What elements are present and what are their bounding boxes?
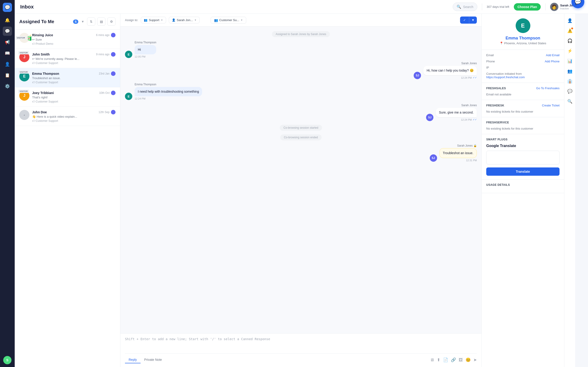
conv-avatar: VISITOR E [19,71,29,81]
message-time: 12:24 PM ✓✓ [423,76,477,79]
filter-icon-button[interactable]: ▤ [97,17,105,26]
list-item[interactable]: VISITOR E Emma Thompson 23rd Jan Trouble… [15,68,120,87]
smart-plugs-section: SMART PLUGS Google Translate Translate [482,134,564,180]
chat-icon-btn[interactable]: 💬 [566,87,574,95]
add-email-link[interactable]: Add Email [546,53,560,57]
conv-content: John Smith 9 mins ago ↩ We're currently … [32,52,115,65]
private-note-tab[interactable]: Private Note [141,357,166,363]
conv-content: Joey Tribbiani 10th Oct That's right! 🏷 … [32,91,115,103]
emoji-icon[interactable]: 😊 [466,357,471,362]
message-bubble: I need help with troubleshooting somethi… [135,87,202,96]
conv-name: John Smith [32,52,50,56]
conv-label: 🏷 Customer Support [32,100,115,103]
conv-label: 🏷 Customer Support [32,119,115,123]
send-icon[interactable]: ➤ [473,357,477,362]
conv-preview: Troubleshot an issue. [32,76,115,80]
list-item[interactable]: - John Doe 12th Sep 👋 Here is a quick vi… [15,107,120,126]
list-item[interactable]: VISITOR J John Smith 9 mins ago ↩ We're … [15,49,120,68]
translate-button[interactable]: Translate [486,167,560,176]
search-bar[interactable]: 🔍 Search [453,2,477,11]
upload-icon[interactable]: ⬆ [437,357,440,362]
search-icon-btn[interactable]: 🔍 [566,97,574,106]
screen-share-icon[interactable]: 🖥 [430,358,434,362]
visitor-badge: VISITOR [18,90,29,93]
conv-time: 6 mins ago [96,33,110,37]
contact-location: 📍 Phoenix, Arizona, United States [500,42,546,45]
sidebar-item-settings[interactable]: ⚙️ [3,82,12,91]
conv-time-wrap: 23rd Jan [99,71,115,76]
resolve-button[interactable]: ✓ [460,17,469,24]
reply-tabs: Reply Private Note 🖥 ⬆ 📄 🔗 🖼 😊 ➤ [125,353,477,363]
freshsales-status: Email not available [486,93,560,96]
sidebar-item-reports[interactable]: 📋 [3,71,12,80]
system-message: Assigned to Sarah Jones by Sarah Jones [272,31,330,37]
conv-source-label: Conversation initiated from https://supp… [486,72,560,79]
conv-time: 23rd Jan [99,72,110,75]
assign-label: Assign to: [125,18,138,22]
customer-segment-button[interactable]: 👥 Customer Su... ▼ [211,17,246,24]
segment-icon: 👥 [214,18,218,22]
right-panel: E Emma Thompson 📍 Phoenix, Arizona, Unit… [481,14,564,367]
usage-details-section: USAGE DETAILS [482,180,564,193]
conv-name: Joey Tribbiani [32,91,54,95]
lightning-icon-btn[interactable]: ⚡ [566,47,574,55]
team-icon-btn[interactable]: 👥 [566,67,574,75]
list-item[interactable]: VISITOR J Joey Tribbiani 10th Oct That's… [15,87,120,107]
assigned-chevron-icon[interactable]: ▼ [81,20,84,23]
alert-icon-btn[interactable]: ⚠️ [566,27,574,35]
conv-name: Rinsing Juice [32,33,53,37]
conv-avatar: VISITOR J [19,52,29,62]
conv-name: John Doe [32,110,47,114]
freshservice-title: FRESHSERVICE [486,121,509,124]
app-logo[interactable]: 💬 [3,3,12,12]
link-icon[interactable]: 🔗 [451,357,456,362]
conv-source-link[interactable]: https://support.freshchat.com [486,75,525,79]
chat-area: Assign to: 👥 Support ▼ 👤 Sarah Jon... ▼ … [120,14,481,367]
person-icon-btn[interactable]: 👔 [566,77,574,85]
team-icon: 👥 [144,18,147,22]
choose-plan-button[interactable]: Choose Plan [514,3,541,10]
sidebar-item-inbox[interactable]: 💬 [3,27,12,36]
sidebar-user-avatar[interactable]: S [3,356,11,364]
article-icon[interactable]: 📄 [443,357,448,362]
sort-icon-button[interactable]: ⇅ [87,17,95,26]
settings-icon-button[interactable]: ⚙ [107,17,115,26]
contact-icon-btn[interactable]: 👤 [566,17,574,25]
resolve-dropdown-button[interactable]: ▼ [469,17,477,24]
sidebar-item-notifications[interactable]: 🔔 [3,16,12,25]
create-ticket-link[interactable]: Create Ticket [542,104,560,107]
agent-dot [111,52,115,57]
sidebar-item-contacts[interactable]: 👤 [3,60,12,69]
conv-content: John Doe 12th Sep 👋 Here is a quick vide… [32,110,115,123]
message-avatar: SJ [414,72,421,79]
conversations-header: Assigned To Me 5 ▼ ⇅ ▤ ⚙ [15,14,120,30]
assign-team-button[interactable]: 👥 Support ▼ [141,17,166,23]
sidebar-item-knowledge[interactable]: 📖 [3,49,12,58]
conv-time: 12th Sep [99,110,110,114]
conv-top: Emma Thompson 23rd Jan [32,71,115,76]
main-sidebar: 💬 🔔 💬 📢 📖 👤 📋 ⚙️ S [0,0,15,367]
message-sender: Sarah Jones [436,104,477,107]
add-phone-link[interactable]: Add Phone [545,60,560,63]
list-item[interactable]: VISITOR 🧃 Rinsing Juice 6 mins ago ↩ Sur… [15,30,120,49]
chart-icon-btn[interactable]: 📊 [566,57,574,65]
message-sender: Emma Thompson [135,83,202,86]
translate-input[interactable] [486,151,560,165]
assign-agent-button[interactable]: 👤 Sarah Jon... ▼ [169,17,199,23]
reply-input[interactable] [125,337,477,351]
image-icon[interactable]: 🖼 [459,358,463,362]
reply-toolbar: 🖥 ⬆ 📄 🔗 🖼 😊 ➤ [430,357,477,362]
go-to-freshsales-link[interactable]: Go To Freshsales [536,86,560,90]
sidebar-item-campaigns[interactable]: 📢 [3,38,12,47]
freshsales-section: FRESHSALES Go To Freshsales Email not av… [482,83,564,100]
trial-text: 307 days trial left [487,5,509,8]
freshsales-header: FRESHSALES Go To Freshsales [486,86,560,90]
email-label: Email [486,53,494,57]
message-row: Sarah Jones Sure, give me a second. 12:2… [125,104,477,121]
headset-icon-btn[interactable]: 🎧 [566,37,574,45]
reply-tab[interactable]: Reply [125,357,141,363]
contact-name[interactable]: Emma Thompson [506,36,540,41]
resolve-button-group: ✓ ▼ [460,17,477,24]
customer-segment-label: Customer Su... [219,18,239,22]
chevron-down-icon: ▼ [161,19,163,21]
